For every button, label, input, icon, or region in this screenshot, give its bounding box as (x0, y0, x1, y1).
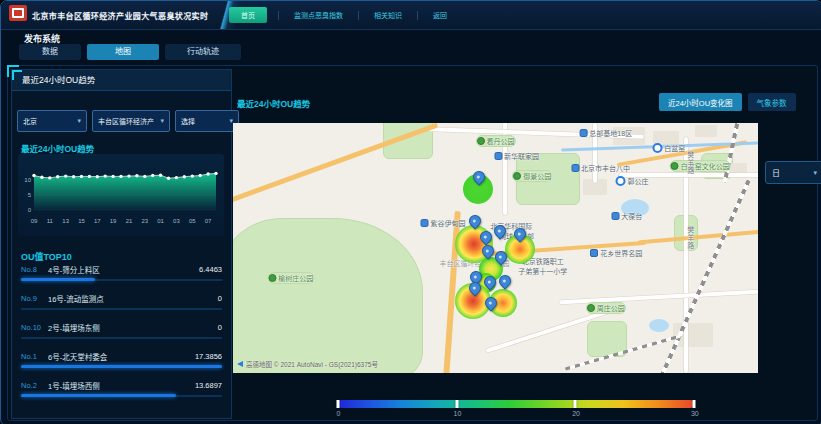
legend-tick (337, 400, 340, 408)
top10-row: No.102号-填埋场东侧0 (21, 322, 222, 339)
nav-odor-index[interactable]: 监测点恶臭指数 (290, 10, 347, 20)
nav-separator (358, 11, 359, 20)
weather-params-button[interactable]: 气象参数 (748, 93, 796, 111)
svg-text:13: 13 (62, 218, 69, 224)
top-nav: 首页 监测点恶臭指数 相关知识 返回 (229, 6, 451, 24)
rank-label: No.9 (21, 294, 48, 303)
rank-label: No.10 (21, 323, 48, 332)
value-bar-track (21, 337, 222, 339)
left-panel-header: 最近24小时OU趋势 (12, 70, 231, 91)
app-window: 北京市丰台区循环经济产业园大气恶臭状况实时 首页 监测点恶臭指数 相关知识 返回… (0, 0, 821, 424)
legend-tick-label: 30 (691, 410, 699, 417)
ou-change-map-button[interactable]: 近24小时OU变化图 (659, 93, 742, 111)
filter-selects: 北京 ▾ 丰台区循环经济产 ▾ 选择 ▾ (17, 110, 239, 132)
value-bar-fill (21, 394, 176, 397)
svg-text:07: 07 (205, 218, 212, 224)
ou-value: 0 (218, 294, 222, 303)
app-logo-icon (9, 5, 27, 21)
site-name: 16号-流动监测点 (48, 293, 218, 304)
site-select-value: 选择 (181, 116, 195, 126)
top10-row: No.84号-筛分上料区6.4463 (21, 264, 222, 281)
view-tabs: 数据 地图 行动轨迹 (19, 44, 241, 60)
time-range-value: 日 (772, 167, 780, 178)
map-pin-icon[interactable] (492, 223, 509, 240)
park-select-value: 丰台区循环经济产 (98, 116, 154, 126)
svg-text:0: 0 (28, 207, 32, 213)
legend-gradient-bar (338, 400, 694, 408)
map-pin-icon[interactable] (497, 273, 514, 290)
map-attribution: 高德地图 © 2021 AutoNavi - GS(2021)6375号 (237, 359, 378, 369)
left-panel: 最近24小时OU趋势 北京 ▾ 丰台区循环经济产 ▾ 选择 ▾ 最近24小时OU… (11, 69, 232, 419)
nav-separator (417, 11, 418, 20)
rank-label: No.1 (21, 352, 48, 361)
svg-text:11: 11 (47, 218, 54, 224)
map-pin-icon[interactable] (483, 295, 500, 312)
nav-home[interactable]: 首页 (229, 7, 267, 23)
svg-text:05: 05 (189, 218, 196, 224)
svg-text:17: 17 (94, 218, 101, 224)
city-select[interactable]: 北京 ▾ (17, 110, 87, 132)
ou-trend-chart: 0510091113151719212301030507 (18, 154, 224, 236)
site-name: 1号-填埋场西侧 (48, 380, 195, 391)
trend-chart-title: 最近24小时OU趋势 (21, 142, 94, 154)
ou-value: 0 (218, 323, 222, 332)
value-bar-fill (21, 365, 222, 368)
map-pin-icon[interactable] (478, 229, 495, 246)
legend-tick-label: 0 (336, 410, 340, 417)
map-pin-icon[interactable] (512, 226, 529, 243)
value-bar-track (21, 308, 222, 310)
nav-separator (278, 11, 279, 20)
tab-map[interactable]: 地图 (87, 44, 159, 60)
rank-label: No.8 (21, 265, 48, 274)
svg-text:15: 15 (78, 218, 85, 224)
attribution-text: 高德地图 © 2021 AutoNavi - GS(2021)6375号 (246, 359, 378, 369)
value-bar-track (21, 395, 222, 397)
svg-text:23: 23 (141, 218, 148, 224)
site-name: 2号-填埋场东侧 (48, 322, 218, 333)
svg-text:5: 5 (28, 192, 32, 198)
value-bar-track (21, 366, 222, 368)
ou-value: 6.4463 (199, 265, 222, 274)
site-select[interactable]: 选择 ▾ (175, 110, 239, 132)
svg-text:10: 10 (24, 177, 31, 183)
amap-logo-icon (237, 361, 243, 367)
map-canvas[interactable]: 看丹公园总部基地18区新华联家园北京市丰台八中御景公园紫谷伊甸园大葆台北京华科国… (233, 123, 758, 373)
legend-tick (574, 400, 577, 408)
nav-back[interactable]: 返回 (429, 10, 451, 20)
park-select[interactable]: 丰台区循环经济产 ▾ (92, 110, 170, 132)
tab-trajectory[interactable]: 行动轨迹 (165, 44, 241, 60)
svg-text:21: 21 (126, 218, 133, 224)
ou-top10-list: No.84号-筛分上料区6.4463No.916号-流动监测点0No.102号-… (21, 264, 222, 409)
top10-row: No.916号-流动监测点0 (21, 293, 222, 310)
svg-text:03: 03 (173, 218, 180, 224)
svg-text:01: 01 (157, 218, 164, 224)
ou-top10-title: OU值TOP10 (21, 250, 72, 263)
chevron-down-icon: ▾ (160, 117, 164, 125)
map-pin-icon[interactable] (482, 274, 499, 291)
value-bar-fill (21, 278, 95, 281)
app-title: 北京市丰台区循环经济产业园大气恶臭状况实时 (32, 10, 208, 21)
chevron-down-icon: ▾ (813, 169, 817, 177)
legend-tick-label: 20 (572, 410, 580, 417)
map-pin-icon[interactable] (471, 169, 488, 186)
map-pin-icon[interactable] (493, 249, 510, 266)
app-header: 北京市丰台区循环经济产业园大气恶臭状况实时 首页 监测点恶臭指数 相关知识 返回 (1, 1, 821, 30)
legend-tick-label: 10 (454, 410, 462, 417)
svg-text:09: 09 (31, 218, 38, 224)
map-pin-icon[interactable] (467, 213, 484, 230)
map-pin-icon[interactable] (467, 280, 484, 297)
map-buttons: 近24小时OU变化图 气象参数 (659, 93, 796, 111)
city-select-value: 北京 (23, 116, 37, 126)
site-name: 6号-北天堂村委会 (48, 351, 195, 362)
svg-text:19: 19 (110, 218, 117, 224)
value-bar-track (21, 279, 222, 281)
nav-knowledge[interactable]: 相关知识 (370, 10, 406, 20)
legend-tick-labels: 0102030 (338, 410, 694, 420)
map-section-title: 最近24小时OU趋势 (237, 97, 310, 109)
ou-color-legend: 0102030 (338, 400, 694, 420)
ou-value: 13.6897 (195, 381, 222, 390)
tab-data[interactable]: 数据 (19, 44, 81, 60)
time-range-select[interactable]: 日 ▾ (765, 161, 821, 184)
ou-value: 17.3856 (195, 352, 222, 361)
chevron-down-icon: ▾ (77, 117, 81, 125)
